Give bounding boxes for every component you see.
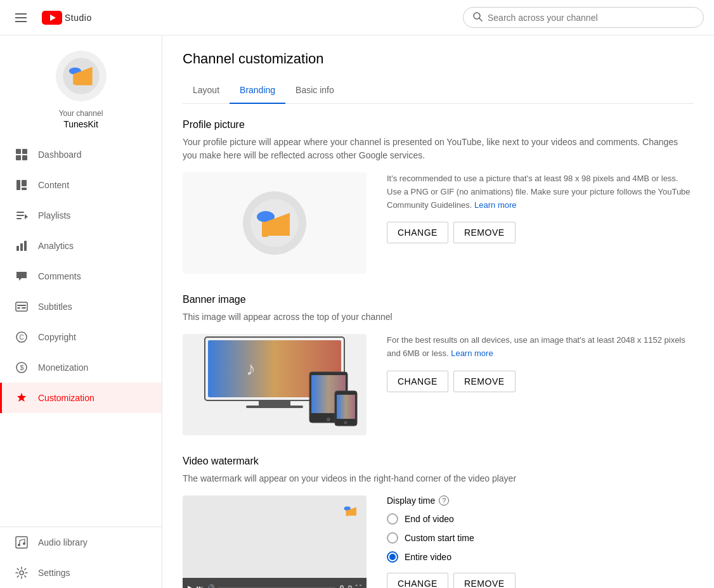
svg-rect-19 (20, 243, 23, 251)
skip-icon[interactable]: ⏭ (197, 584, 203, 589)
sidebar-item-dashboard[interactable]: Dashboard (0, 139, 162, 170)
tab-branding[interactable]: Branding (230, 77, 285, 104)
radio-circle-end-of-video[interactable] (387, 513, 398, 525)
search-icon (472, 11, 483, 23)
app-name: Studio (65, 13, 92, 23)
search-input[interactable] (488, 13, 694, 23)
sidebar-item-audio-library[interactable]: Audio library (0, 527, 162, 558)
svg-line-3 (479, 18, 482, 21)
profile-picture-actions: CHANGE REMOVE (387, 222, 694, 243)
svg-rect-9 (16, 155, 21, 160)
sidebar-item-settings[interactable]: Settings (0, 558, 162, 588)
svg-rect-42 (246, 406, 303, 408)
banner-image-title: Banner image (183, 294, 694, 305)
sidebar-nav: Dashboard Content (0, 139, 162, 413)
content-icon (15, 179, 28, 191)
analytics-icon (15, 240, 28, 252)
content-area: Channel customization Layout Branding Ba… (162, 35, 714, 588)
search-bar[interactable] (463, 7, 704, 28)
svg-rect-23 (22, 307, 26, 309)
sidebar-item-content[interactable]: Content (0, 170, 162, 200)
svg-rect-24 (17, 305, 26, 306)
miniplayer-icon[interactable]: ⧉ (348, 584, 352, 589)
section-profile-picture: Profile picture Your profile picture wil… (183, 119, 694, 274)
sidebar: Your channel TunesKit Dashboard (0, 35, 162, 588)
banner-image-actions: CHANGE REMOVE (387, 371, 694, 392)
profile-picture-recommendation: It's recommended to use a picture that's… (387, 172, 694, 212)
radio-custom-start-time[interactable]: Custom start time (387, 532, 694, 544)
sidebar-item-monetization[interactable]: $ Monetization (0, 352, 162, 383)
avatar[interactable] (56, 51, 107, 101)
radio-circle-custom[interactable] (387, 532, 398, 544)
video-watermark-title: Video watermark (183, 456, 694, 467)
section-video-watermark: Video watermark The watermark will appea… (183, 456, 694, 588)
profile-circle (243, 191, 306, 255)
radio-circle-entire-video[interactable] (387, 551, 398, 563)
sidebar-item-label: Audio library (38, 537, 88, 547)
profile-picture-learn-more[interactable]: Learn more (474, 200, 516, 210)
settings-icon (15, 566, 28, 579)
dashboard-icon (15, 148, 28, 161)
profile-picture-controls: It's recommended to use a picture that's… (387, 172, 694, 243)
radio-end-of-video[interactable]: End of video (387, 513, 694, 525)
sidebar-item-label: Playlists (38, 210, 70, 220)
menu-button[interactable] (10, 8, 32, 27)
tab-basic-info[interactable]: Basic info (285, 77, 344, 104)
page-title: Channel customization (183, 51, 694, 67)
sidebar-item-label: Monetization (38, 362, 88, 373)
display-time-label: Display time ? (387, 495, 694, 506)
sidebar-item-label: Subtitles (38, 302, 72, 312)
sidebar-item-playlists[interactable]: Playlists (0, 200, 162, 231)
watermark-controls: Display time ? End of video Custom start… (387, 495, 694, 588)
sidebar-item-copyright[interactable]: C Copyright (0, 322, 162, 352)
svg-rect-29 (16, 537, 27, 548)
sidebar-item-subtitles[interactable]: Subtitles (0, 291, 162, 322)
radio-entire-video[interactable]: Entire video (387, 551, 694, 563)
display-time-radio-group: End of video Custom start time Entire vi… (387, 513, 694, 563)
tab-layout[interactable]: Layout (183, 77, 230, 104)
profile-tk-logo (249, 198, 300, 248)
banner-learn-more[interactable]: Learn more (451, 348, 493, 358)
svg-rect-52 (346, 511, 349, 516)
watermark-change-button[interactable]: CHANGE (387, 573, 448, 588)
profile-picture-title: Profile picture (183, 119, 694, 131)
svg-rect-13 (22, 188, 27, 190)
banner-image-desc: This image will appear across the top of… (183, 310, 694, 324)
video-watermark-desc: The watermark will appear on your videos… (183, 472, 694, 485)
fullscreen-icon[interactable]: ⛶ (356, 584, 361, 588)
display-time-help-icon[interactable]: ? (439, 495, 449, 506)
svg-point-46 (327, 418, 330, 421)
svg-text:$: $ (20, 364, 24, 371)
monetization-icon: $ (15, 361, 28, 374)
channel-name: TunesKit (63, 119, 98, 129)
sidebar-item-label: Analytics (38, 241, 74, 251)
svg-rect-18 (16, 246, 19, 251)
subtitles-icon (15, 300, 28, 313)
sidebar-item-label: Settings (38, 568, 70, 578)
sidebar-item-analytics[interactable]: Analytics (0, 231, 162, 261)
sidebar-item-label: Comments (38, 271, 81, 281)
volume-icon[interactable]: 🔊 (207, 584, 214, 589)
main-layout: Your channel TunesKit Dashboard (0, 35, 714, 588)
settings-ctrl-icon[interactable]: ⚙ (339, 584, 344, 588)
banner-remove-button[interactable]: REMOVE (453, 371, 516, 392)
profile-picture-desc: Your profile picture will appear where y… (183, 136, 694, 162)
sidebar-item-label: Copyright (38, 332, 76, 342)
svg-rect-15 (16, 215, 24, 216)
sidebar-item-comments[interactable]: Comments (0, 261, 162, 291)
logo: Studio (42, 11, 92, 25)
profile-picture-change-button[interactable]: CHANGE (387, 222, 448, 243)
channel-label: Your channel (59, 109, 103, 118)
banner-change-button[interactable]: CHANGE (387, 371, 448, 392)
svg-rect-22 (17, 307, 20, 309)
svg-rect-14 (16, 212, 24, 213)
watermark-remove-button[interactable]: REMOVE (453, 573, 516, 588)
svg-text:C: C (20, 334, 24, 341)
play-icon[interactable]: ▶ (188, 584, 193, 589)
sidebar-item-customization[interactable]: Customization (0, 383, 162, 413)
section-banner-image: Banner image This image will appear acro… (183, 294, 694, 435)
profile-picture-remove-button[interactable]: REMOVE (453, 222, 516, 243)
sidebar-item-label: Customization (38, 393, 94, 403)
svg-rect-12 (22, 180, 27, 186)
playlists-icon (15, 209, 28, 222)
